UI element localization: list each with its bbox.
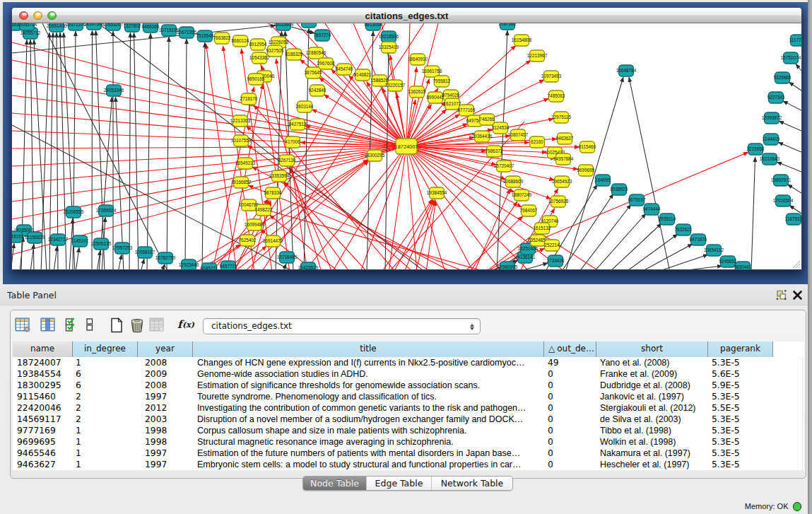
graph-node[interactable]: 16154808 (512, 35, 532, 46)
graph-edge[interactable] (414, 124, 467, 144)
graph-node[interactable]: 9474444 (643, 204, 661, 215)
graph-node[interactable]: 1615132 (534, 223, 551, 234)
graph-node[interactable]: 15720407 (494, 160, 514, 172)
tab-network-table[interactable]: Network Table (431, 477, 512, 490)
graph-node[interactable]: 17359924 (96, 205, 117, 216)
graph-node[interactable]: 8471676 (690, 234, 707, 245)
graph-edge[interactable] (625, 234, 678, 269)
graph-edge[interactable] (789, 205, 801, 214)
graph-edge[interactable] (594, 214, 646, 269)
graph-node[interactable]: 10654112 (704, 245, 724, 256)
graph-node[interactable]: 10653267 (103, 23, 124, 30)
graph-node[interactable]: 10671355 (177, 27, 197, 38)
graph-node[interactable]: 12213967 (527, 50, 548, 62)
graph-node[interactable]: 16423519 (298, 262, 319, 269)
graph-node[interactable]: 18807249 (512, 189, 532, 201)
column-header-pagerank[interactable]: pagerank (708, 341, 773, 357)
graph-node[interactable]: 1145191 (71, 235, 89, 247)
graph-node[interactable]: 9115460 (579, 141, 596, 153)
graph-edge[interactable] (411, 154, 473, 269)
graph-edge[interactable] (565, 77, 623, 269)
graph-node[interactable]: 7632621 (675, 224, 693, 235)
graph-edge[interactable] (546, 152, 748, 237)
graph-node[interactable]: 20364436 (472, 131, 493, 142)
graph-node[interactable]: 10958107 (135, 247, 155, 258)
table-row[interactable]: 977716911998Corpus callosum shape and si… (13, 425, 773, 436)
toolbar-delete-icon[interactable] (129, 317, 146, 334)
graph-node[interactable]: 20206555 (64, 206, 84, 218)
graph-node[interactable]: 5878334 (264, 187, 282, 199)
column-header-out_de[interactable]: △out_de… (544, 341, 596, 357)
graph-node[interactable]: 20691406 (47, 23, 67, 32)
graph-node[interactable]: 12975115 (551, 112, 571, 123)
graph-node[interactable]: 1167533 (785, 214, 801, 225)
graph-edge[interactable] (629, 77, 670, 269)
graph-node[interactable]: 2803144 (296, 101, 314, 112)
graph-node[interactable]: 1362615 (408, 86, 426, 98)
graph-edge[interactable] (134, 33, 139, 269)
graph-node[interactable]: 12923446 (179, 259, 199, 269)
graph-node[interactable]: 18640910 (408, 54, 428, 65)
toolbar-table-settings-icon[interactable] (14, 317, 31, 332)
network-canvas[interactable]: 1205572414055712206914061937137616055724… (12, 23, 801, 269)
graph-edge[interactable] (42, 23, 168, 269)
graph-edge[interactable] (787, 185, 801, 193)
graph-edge[interactable] (656, 255, 708, 269)
table-row[interactable]: 1830029562008Estimation of significance … (13, 380, 773, 391)
graph-node[interactable]: 8912954 (249, 39, 267, 50)
graph-node[interactable]: 19457915 (299, 23, 319, 28)
toolbar-function-builder-icon[interactable]: f(x) (177, 317, 195, 332)
graph-node[interactable]: 8660124 (232, 35, 249, 47)
graph-node[interactable]: 7986372 (486, 146, 503, 157)
tab-node-table[interactable]: Node Table (303, 477, 366, 490)
graph-edge[interactable] (413, 151, 565, 269)
float-window-icon[interactable] (776, 289, 787, 300)
graph-node[interactable]: 16099484 (245, 219, 265, 230)
graph-edge[interactable] (12, 113, 398, 146)
graph-edge[interactable] (276, 31, 282, 269)
graph-node[interactable]: 19654923 (552, 176, 572, 187)
graph-node[interactable]: 62160 (530, 136, 545, 148)
graph-node[interactable]: 12505135 (91, 238, 112, 250)
window-titlebar[interactable]: citations_edges.txt (12, 8, 801, 23)
graph-edge[interactable] (670, 266, 722, 269)
graph-edge[interactable] (54, 246, 57, 269)
network-graph[interactable]: 1205572414055712206914061937137616055724… (12, 23, 801, 269)
graph-edge[interactable] (202, 42, 205, 269)
graph-node[interactable]: 19384554 (427, 187, 447, 199)
graph-node[interactable]: 9242845 (309, 85, 326, 96)
column-header-title[interactable]: title (193, 341, 544, 357)
graph-node[interactable]: 2935114 (659, 214, 676, 225)
graph-node[interactable]: 9227343 (767, 92, 785, 103)
graph-edge[interactable] (76, 247, 79, 269)
graph-edge[interactable] (777, 162, 801, 172)
graph-node[interactable]: 3267130 (278, 155, 296, 166)
graph-node[interactable]: 10543362 (249, 52, 270, 64)
graph-node[interactable]: 16782759 (155, 252, 176, 264)
graph-edge[interactable] (779, 121, 801, 131)
graph-node[interactable]: 8938923 (611, 184, 628, 195)
graph-node[interactable]: 9463627 (556, 133, 574, 144)
graph-node[interactable]: 12213363 (230, 115, 251, 127)
graph-node[interactable]: 16914479 (263, 235, 283, 247)
graph-node[interactable]: 15751074 (781, 52, 801, 64)
graph-node[interactable]: 17957253 (112, 243, 133, 254)
graph-edge[interactable] (92, 30, 93, 269)
graph-node[interactable]: 9146821 (354, 69, 372, 81)
toolbar-select-mode-icon[interactable] (64, 317, 78, 332)
graph-node[interactable]: 6466160 (142, 23, 160, 33)
graph-node[interactable]: 12093872 (762, 112, 782, 124)
table-row[interactable]: 969969511998Structural magnetic resonanc… (13, 436, 773, 448)
graph-edge[interactable] (516, 263, 548, 269)
graph-node[interactable]: 13716485 (277, 252, 298, 263)
graph-node[interactable]: 1733426 (547, 255, 565, 267)
graph-node[interactable]: 3215958 (747, 144, 765, 155)
graph-node[interactable]: 19166852 (231, 177, 252, 188)
graph-node[interactable]: 9457771 (220, 261, 237, 269)
graph-node[interactable]: 7485063 (548, 90, 565, 102)
graph-node[interactable]: 8454749 (336, 64, 353, 75)
graph-node[interactable]: 18300295 (365, 150, 385, 161)
graph-node[interactable]: 8813054 (365, 23, 382, 30)
graph-node[interactable]: 7663822 (213, 33, 231, 44)
graph-node[interactable]: 18337588 (84, 23, 105, 30)
